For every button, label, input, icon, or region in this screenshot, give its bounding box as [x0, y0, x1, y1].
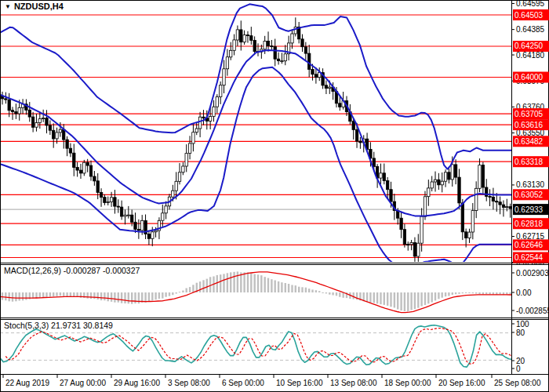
macd-histogram-bar: [400, 292, 402, 310]
time-axis-label: 10 Sep 16:00: [276, 379, 323, 387]
macd-histogram-bar: [9, 292, 10, 301]
candle-bearish: [240, 30, 242, 42]
candle-bearish: [359, 141, 362, 143]
candle-bullish: [178, 172, 180, 182]
macd-histogram-bar: [176, 292, 177, 294]
time-axis-label: 20 Sep 16:00: [438, 379, 485, 387]
price-level-badge: 0.63705: [514, 110, 544, 118]
candle-bullish: [424, 197, 426, 216]
macd-histogram-bar: [448, 292, 449, 296]
macd-histogram-bar: [271, 279, 272, 292]
candle-bearish: [15, 111, 17, 114]
macd-histogram-bar: [465, 292, 467, 293]
macd-histogram-bar: [32, 292, 34, 299]
macd-axis-label: 0.002903: [516, 269, 549, 278]
candle-bearish: [131, 215, 133, 222]
candle-bearish: [461, 203, 464, 232]
candle-bullish: [291, 34, 293, 43]
macd-histogram-bar: [209, 277, 211, 292]
candle-bearish: [8, 100, 10, 111]
candle-bullish: [427, 188, 430, 197]
stoch-axis-label: 80: [516, 328, 525, 337]
macd-histogram-bar: [182, 291, 184, 293]
candle-bullish: [35, 122, 38, 127]
macd-histogram-bar: [468, 292, 470, 293]
candle-bearish: [492, 198, 494, 201]
macd-histogram-bar: [93, 292, 95, 299]
macd-histogram-bar: [118, 292, 119, 303]
candle-bullish: [162, 213, 164, 220]
macd-histogram-bar: [111, 292, 112, 302]
candle-bullish: [471, 211, 474, 232]
time-axis-label: 27 Aug 00:00: [60, 379, 106, 387]
candle-bearish: [11, 111, 13, 112]
candle-bearish: [76, 168, 78, 171]
candle-bullish: [209, 117, 211, 122]
macd-histogram-bar: [202, 280, 204, 292]
candle-bearish: [403, 230, 405, 245]
price-axis-label: 0.63130: [516, 180, 545, 189]
macd-histogram-bar: [458, 292, 460, 294]
candle-bearish: [96, 181, 99, 193]
macd-histogram-bar: [475, 292, 477, 294]
candle-bearish: [117, 206, 119, 207]
macd-histogram-bar: [281, 282, 282, 292]
macd-histogram-bar: [15, 292, 16, 301]
candle-bearish: [134, 222, 136, 229]
macd-histogram-bar: [482, 292, 484, 295]
macd-histogram-bar: [278, 281, 279, 292]
candle-bearish: [49, 125, 51, 130]
macd-histogram-bar: [472, 292, 474, 293]
price-level-badge: 0.63052: [514, 191, 544, 199]
macd-histogram-bar: [39, 292, 41, 298]
macd-histogram-bar: [25, 292, 27, 300]
macd-histogram-bar: [233, 272, 235, 292]
candle-bearish: [53, 130, 55, 139]
candle-bearish: [496, 201, 498, 202]
macd-histogram-bar: [5, 292, 6, 300]
candle-bearish: [28, 110, 31, 117]
candle-bearish: [407, 245, 409, 245]
macd-histogram-bar: [42, 292, 44, 297]
macd-histogram-bar: [12, 292, 13, 302]
macd-histogram-bar: [329, 292, 330, 295]
time-axis-label: 13 Sep 08:00: [330, 379, 377, 387]
macd-histogram-bar: [322, 292, 323, 293]
macd-histogram-bar: [22, 292, 24, 300]
macd-histogram-bar: [199, 281, 201, 292]
candle-bearish: [120, 207, 122, 216]
candle-bullish: [264, 41, 266, 49]
macd-histogram-bar: [311, 289, 313, 292]
macd-histogram-bar: [19, 292, 20, 301]
macd-histogram-bar: [155, 292, 156, 299]
macd-histogram-bar: [353, 292, 354, 299]
candle-bullish: [223, 69, 225, 85]
macd-histogram-bar: [384, 292, 385, 305]
chart-canvas[interactable]: 0.645950.643850.641800.639700.637600.635…: [0, 0, 549, 392]
price-level-badge: 0.63318: [514, 158, 544, 166]
macd-histogram-bar: [192, 285, 194, 292]
macd-histogram-bar: [141, 292, 143, 303]
macd-axis-label: -0.002855: [516, 307, 549, 315]
candle-bearish: [104, 198, 106, 203]
macd-histogram-bar: [485, 292, 487, 294]
price-axis-label: 0.64595: [516, 0, 545, 8]
macd-histogram-bar: [158, 292, 160, 299]
candle-bearish: [274, 47, 276, 60]
macd-histogram-bar: [264, 277, 266, 292]
time-axis-label: 18 Sep 00:00: [384, 379, 431, 387]
macd-histogram-bar: [2, 292, 3, 300]
time-axis-label: 6 Sep 00:00: [222, 379, 264, 387]
macd-histogram-bar: [128, 292, 129, 303]
price-level-badge: 0.62544: [514, 253, 544, 262]
macd-histogram-bar: [339, 292, 340, 297]
candle-bearish: [355, 129, 358, 141]
candle-bullish: [182, 166, 184, 172]
macd-histogram-bar: [56, 292, 57, 296]
macd-histogram-bar: [90, 292, 92, 299]
candle-bullish: [195, 129, 198, 132]
macd-histogram-bar: [390, 292, 391, 307]
macd-histogram-bar: [87, 292, 89, 299]
candle-bullish: [172, 191, 174, 197]
macd-histogram-bar: [230, 272, 231, 292]
